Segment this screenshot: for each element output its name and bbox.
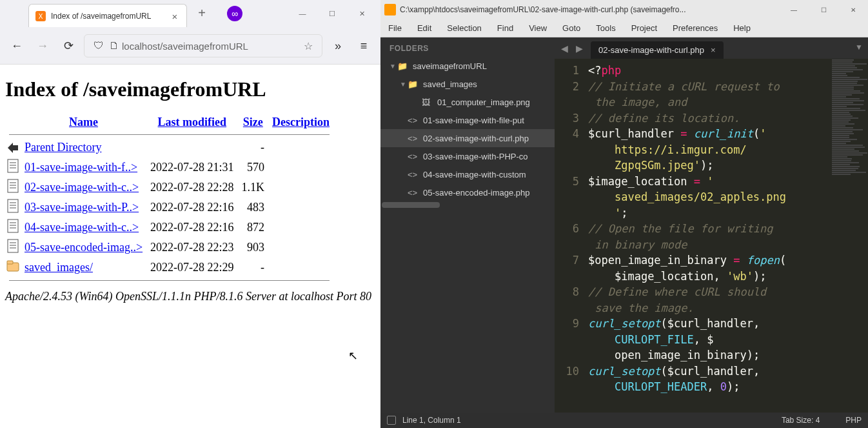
minimize-button[interactable]: — xyxy=(288,3,317,24)
bookmark-icon[interactable]: ☆ xyxy=(301,40,315,52)
menu-help[interactable]: Help xyxy=(725,23,758,33)
menu-find[interactable]: Find xyxy=(489,23,521,33)
editor-tab-close-icon[interactable]: × xyxy=(711,45,716,55)
col-desc[interactable]: Description xyxy=(268,113,333,132)
tree-item[interactable]: 🖼01_computer_image.png xyxy=(380,93,555,111)
tree-item[interactable]: <>03-save-image-with-PHP-co xyxy=(380,147,555,165)
tree-item[interactable]: <>04-save-image-with-custom xyxy=(380,165,555,183)
size-cell: 903 xyxy=(238,238,269,258)
overflow-button[interactable]: » xyxy=(328,36,348,56)
shield-icon[interactable]: 🛡 xyxy=(91,40,106,52)
menu-project[interactable]: Project xyxy=(624,23,665,33)
tab-title: Index of /saveimagefromURL xyxy=(51,12,170,21)
svg-rect-6 xyxy=(8,179,18,192)
tree-item-label: 01_computer_image.png xyxy=(437,97,530,107)
editor-close-button[interactable]: ✕ xyxy=(838,0,868,19)
tree-item[interactable]: <>01-save-image-with-file-put xyxy=(380,111,555,129)
status-cursor-pos: Line 1, Column 1 xyxy=(402,416,461,425)
page-body: Index of /saveimagefromURL Name Last mod… xyxy=(0,65,380,309)
status-language[interactable]: PHP xyxy=(845,416,862,425)
file-icon xyxy=(5,238,21,258)
reload-button[interactable]: ⟳ xyxy=(58,36,79,56)
tree-item-label: saved_images xyxy=(423,79,477,89)
col-size[interactable]: Size xyxy=(238,113,269,132)
tree-item[interactable]: ▼📁saved_images xyxy=(380,75,555,93)
editor-minimize-button[interactable]: — xyxy=(779,0,809,19)
tab-nav-arrows[interactable]: ◀ ▶ xyxy=(561,43,586,54)
tree-item-label: 05-save-encoded-image.php xyxy=(423,188,530,198)
modified-cell: 2022-07-28 22:28 xyxy=(146,178,238,198)
modified-cell: 2022-07-28 22:29 xyxy=(146,258,238,278)
back-icon xyxy=(5,138,21,158)
php-icon: <> xyxy=(408,134,419,143)
tab-dropdown-icon[interactable]: ▼ xyxy=(855,43,863,52)
disclosure-icon: ▼ xyxy=(400,81,408,88)
folder-open-icon: 📁 xyxy=(408,79,419,89)
forward-button[interactable]: → xyxy=(32,36,53,56)
tab-close-icon[interactable]: × xyxy=(170,11,180,21)
status-tab-size[interactable]: Tab Size: 4 xyxy=(782,416,820,425)
disclosure-icon: ▼ xyxy=(390,63,397,70)
table-row: 02-save-image-with-c..>2022-07-28 22:281… xyxy=(5,178,333,198)
close-button[interactable]: ✕ xyxy=(347,3,377,24)
file-link[interactable]: 05-save-encoded-imag..> xyxy=(25,241,143,254)
tree-item-label: saveimagefromURL xyxy=(413,61,487,71)
file-link[interactable]: 02-save-image-with-c..> xyxy=(25,181,139,194)
col-modified[interactable]: Last modified xyxy=(146,113,238,132)
code-area[interactable]: <?php// Initiate a cURL request to the i… xyxy=(586,59,829,413)
editor-maximize-button[interactable]: ☐ xyxy=(809,0,838,19)
address-bar[interactable]: 🛡 🗋 localhost/saveimagefromURL ☆ xyxy=(84,34,322,57)
editor-menubar: FileEditSelectionFindViewGotoToolsProjec… xyxy=(380,19,868,37)
back-button[interactable]: ← xyxy=(6,36,27,56)
menu-file[interactable]: File xyxy=(380,23,409,33)
mouse-cursor: ↖ xyxy=(348,349,358,363)
file-icon xyxy=(5,198,21,218)
file-icon xyxy=(5,158,21,178)
menu-edit[interactable]: Edit xyxy=(409,23,439,33)
parent-directory-link[interactable]: Parent Directory xyxy=(25,141,101,154)
file-link[interactable]: 04-save-image-with-c..> xyxy=(25,221,139,234)
url-text: localhost/saveimagefromURL xyxy=(122,41,301,52)
tree-item-label: 02-save-image-with-curl.php xyxy=(423,134,529,143)
menu-selection[interactable]: Selection xyxy=(439,23,489,33)
size-cell: 483 xyxy=(238,198,269,218)
menu-goto[interactable]: Goto xyxy=(555,23,588,33)
svg-rect-18 xyxy=(8,239,18,252)
table-row: 03-save-image-with-P..>2022-07-28 22:164… xyxy=(5,198,333,218)
profile-icon[interactable]: ∞ xyxy=(227,6,242,21)
php-icon: <> xyxy=(408,116,419,125)
lock-icon[interactable]: 🗋 xyxy=(106,40,122,52)
file-link[interactable]: saved_images/ xyxy=(25,261,93,274)
menu-tools[interactable]: Tools xyxy=(588,23,623,33)
new-tab-button[interactable]: + xyxy=(192,4,212,23)
file-link[interactable]: 03-save-image-with-P..> xyxy=(25,201,139,214)
editor-tab[interactable]: 02-save-image-with-curl.php × xyxy=(591,41,724,59)
menu-button[interactable]: ≡ xyxy=(353,36,374,56)
menu-preferences[interactable]: Preferences xyxy=(665,23,725,33)
sidebar-scrollbar[interactable] xyxy=(380,202,555,209)
status-panel-icon[interactable] xyxy=(387,416,396,425)
code-editor[interactable]: 12 34 5 6 7 8 9 10 <?php// Initiate a cU… xyxy=(555,59,868,413)
editor-titlebar[interactable]: C:\xampp\htdocs\saveimagefromURL\02-save… xyxy=(380,0,868,19)
tree-item[interactable]: ▼📁saveimagefromURL xyxy=(380,57,555,75)
modified-cell: 2022-07-28 21:31 xyxy=(146,158,238,178)
size-cell: 1.1K xyxy=(238,178,269,198)
folder-icon xyxy=(5,258,21,278)
file-link[interactable]: 01-save-image-with-f..> xyxy=(25,161,137,174)
svg-rect-23 xyxy=(7,261,13,264)
col-name[interactable]: Name xyxy=(21,113,146,132)
minimap[interactable] xyxy=(829,59,868,413)
size-cell: - xyxy=(238,258,269,278)
browser-tab[interactable]: X Index of /saveimagefromURL × xyxy=(28,4,187,27)
xampp-icon: X xyxy=(35,11,46,21)
modified-cell: 2022-07-28 22:16 xyxy=(146,198,238,218)
image-icon: 🖼 xyxy=(422,97,433,107)
directory-listing: Name Last modified Size Description Pare… xyxy=(5,113,333,283)
modified-cell: 2022-07-28 22:16 xyxy=(146,218,238,238)
maximize-button[interactable]: ☐ xyxy=(317,3,347,24)
editor-statusbar: Line 1, Column 1 Tab Size: 4 PHP xyxy=(380,413,868,428)
tree-item[interactable]: <>02-save-image-with-curl.php xyxy=(380,129,555,147)
php-icon: <> xyxy=(408,188,419,198)
menu-view[interactable]: View xyxy=(521,23,555,33)
tree-item[interactable]: <>05-save-encoded-image.php xyxy=(380,183,555,201)
